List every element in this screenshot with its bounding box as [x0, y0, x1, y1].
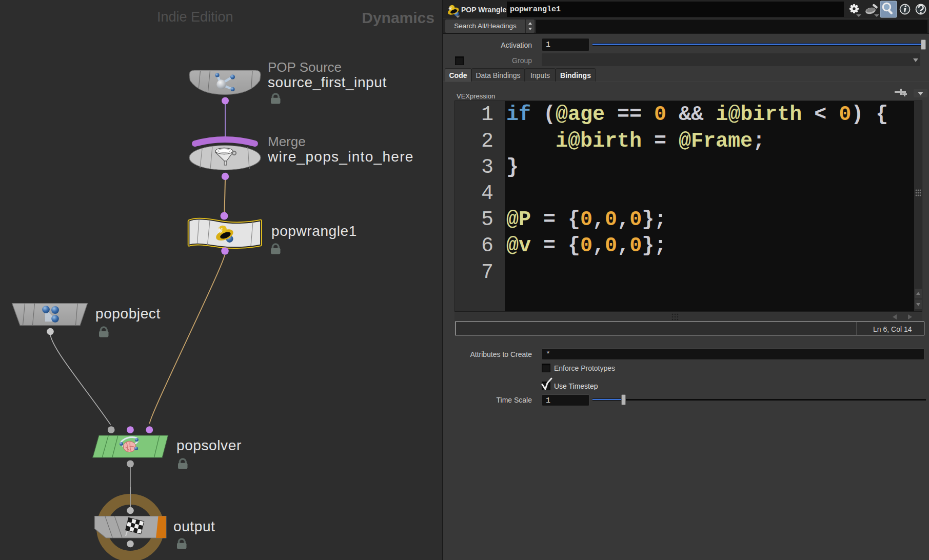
- svg-text:Indie Edition: Indie Edition: [157, 9, 233, 25]
- svg-text:wire_pops_into_here: wire_pops_into_here: [267, 149, 414, 165]
- svg-text:source_first_input: source_first_input: [268, 74, 387, 90]
- svg-text:output: output: [173, 518, 215, 534]
- svg-text:Dynamics: Dynamics: [362, 9, 434, 26]
- svg-text:popobject: popobject: [95, 306, 161, 322]
- svg-text:popwrangle1: popwrangle1: [271, 223, 357, 239]
- svg-text:Merge: Merge: [268, 134, 306, 149]
- svg-text:POP Source: POP Source: [268, 59, 342, 75]
- svg-text:popsolver: popsolver: [176, 437, 242, 453]
